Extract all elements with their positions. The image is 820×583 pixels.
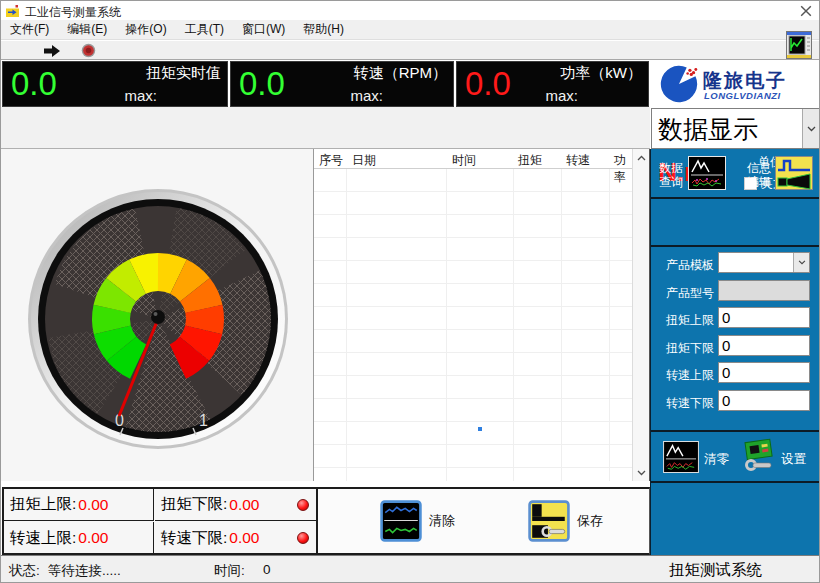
vi-panel-icon[interactable]: [786, 31, 812, 59]
spacer-strip: [1, 107, 650, 149]
torque-upper-label: 扭矩上限: [651, 312, 714, 329]
clear-icon: [380, 500, 422, 542]
logo-mark-icon: [659, 64, 699, 104]
col-speed: 转速: [566, 152, 590, 169]
torque-lower-field[interactable]: 0: [718, 335, 810, 356]
logo-en-text: LONGLVDIANZI: [704, 90, 781, 101]
speed-lower-label: 转速下限: [651, 395, 714, 412]
speed-upper-value: 0: [722, 364, 730, 381]
app-icon: [6, 4, 19, 17]
window-title: 工业信号测量系统: [25, 4, 121, 21]
menu-operate[interactable]: 操作(O): [116, 20, 175, 39]
statusbar: 状态: 等待连接..... 时间: 0 扭矩测试系统: [1, 555, 820, 583]
limit-label: 扭矩上限:: [10, 494, 76, 515]
titlebar: 工业信号测量系统: [1, 1, 820, 20]
alarm-led: [297, 532, 309, 544]
limit-value: 0.00: [78, 496, 108, 514]
torque-gauge: 0 1: [27, 188, 289, 450]
speed-upper-indicator: 转速上限: 0.00: [4, 522, 154, 554]
col-index: 序号: [319, 152, 343, 169]
table-cursor-artifact: [478, 427, 482, 431]
clear-button-label: 清除: [429, 512, 455, 530]
torque-upper-field[interactable]: 0: [718, 307, 810, 328]
limit-value: 0.00: [229, 496, 259, 514]
table-header: 序号 日期 时间 扭矩 转速 功率: [314, 149, 633, 169]
data-table: 序号 日期 时间 扭矩 转速 功率: [314, 149, 650, 481]
app-window: 工业信号测量系统 文件(F) 编辑(E) 操作(O) 工具(T) 窗口(W) 帮…: [0, 0, 820, 583]
clear-button[interactable]: 清除: [380, 500, 455, 542]
info-edit-icon[interactable]: [775, 156, 813, 190]
time-label: 时间:: [214, 562, 245, 580]
table-scrollbar[interactable]: [632, 149, 649, 481]
model-label: 产品型号: [651, 285, 714, 302]
menubar: 文件(F) 编辑(E) 操作(O) 工具(T) 窗口(W) 帮助(H): [1, 20, 820, 40]
torque-max-label: max:: [124, 87, 157, 104]
power-display: 0.0 功率（kW） max:: [456, 61, 649, 107]
gauge-hub: [151, 310, 165, 324]
torque-lower-value: 0: [722, 337, 730, 354]
scroll-up-icon[interactable]: [633, 149, 650, 166]
torque-upper-indicator: 扭矩上限: 0.00: [4, 489, 154, 521]
speed-upper-label: 转速上限: [651, 367, 714, 384]
abort-record-icon[interactable]: [81, 43, 96, 58]
template-label: 产品模板: [651, 257, 714, 274]
chevron-down-icon[interactable]: [802, 109, 820, 148]
settings-icon[interactable]: [741, 437, 775, 473]
torque-value: 0.0: [11, 65, 57, 103]
menu-help[interactable]: 帮助(H): [294, 20, 353, 39]
alarm-led: [297, 499, 309, 511]
toolbar: [1, 41, 820, 60]
speed-lower-field[interactable]: 0: [718, 390, 810, 411]
status-label: 状态:: [9, 562, 40, 580]
scroll-down-icon[interactable]: [633, 464, 650, 481]
torque-upper-value: 0: [722, 309, 730, 326]
settings-button-label[interactable]: 设置: [781, 451, 806, 468]
torque-lower-label: 扭矩下限: [651, 340, 714, 357]
menu-file[interactable]: 文件(F): [1, 20, 58, 39]
data-query-icon[interactable]: [688, 156, 726, 190]
bottom-actions: 清除 保存: [318, 487, 650, 555]
limit-value: 0.00: [78, 529, 108, 547]
time-value: 0: [263, 562, 271, 577]
info-edit-label[interactable]: 信息 编辑: [747, 161, 771, 189]
limit-label: 转速下限:: [161, 528, 227, 549]
save-button-label: 保存: [577, 512, 603, 530]
col-date: 日期: [352, 152, 376, 169]
template-dropdown[interactable]: [718, 252, 810, 273]
brand-logo: 隆旅电子 LONGLVDIANZI: [651, 61, 820, 107]
table-body[interactable]: [314, 169, 633, 481]
gauge-max-label: 1: [199, 412, 208, 429]
model-field[interactable]: [718, 280, 810, 301]
menu-window[interactable]: 窗口(W): [233, 20, 294, 39]
zero-button-label[interactable]: 清零: [704, 451, 729, 468]
zero-icon[interactable]: [663, 441, 699, 473]
menu-tools[interactable]: 工具(T): [176, 20, 233, 39]
torque-lower-indicator: 扭矩下限: 0.00: [155, 489, 316, 521]
speed-lower-value: 0: [722, 392, 730, 409]
save-button[interactable]: 保存: [528, 500, 603, 542]
chevron-down-icon[interactable]: [793, 253, 809, 272]
run-arrow-icon[interactable]: [43, 44, 61, 58]
right-control-panel: N.m 单位切换 英文单位 数据 查询 信息 编辑 产品模板: [650, 149, 820, 555]
torque-title: 扭矩实时值: [146, 64, 221, 83]
limit-label: 转速上限:: [10, 528, 76, 549]
status-value: 等待连接.....: [48, 562, 121, 580]
gauge-panel: 0 1: [1, 149, 314, 481]
speed-display: 0.0 转速（RPM） max:: [230, 61, 454, 107]
save-icon: [528, 500, 570, 542]
speed-title: 转速（RPM）: [354, 64, 447, 83]
close-icon[interactable]: [799, 5, 813, 17]
col-time: 时间: [452, 152, 476, 169]
speed-lower-indicator: 转速下限: 0.00: [155, 522, 316, 554]
power-title: 功率（kW）: [560, 64, 642, 83]
data-query-label[interactable]: 数据 查询: [659, 161, 683, 189]
mode-dropdown[interactable]: 数据显示: [651, 108, 820, 149]
mode-dropdown-value: 数据显示: [658, 113, 758, 146]
limit-label: 扭矩下限:: [161, 494, 227, 515]
power-value: 0.0: [465, 65, 511, 103]
menu-edit[interactable]: 编辑(E): [58, 20, 116, 39]
speed-upper-field[interactable]: 0: [718, 362, 810, 383]
speed-value: 0.0: [239, 65, 285, 103]
system-name: 扭矩测试系统: [669, 560, 762, 581]
speed-max-label: max:: [350, 87, 383, 104]
